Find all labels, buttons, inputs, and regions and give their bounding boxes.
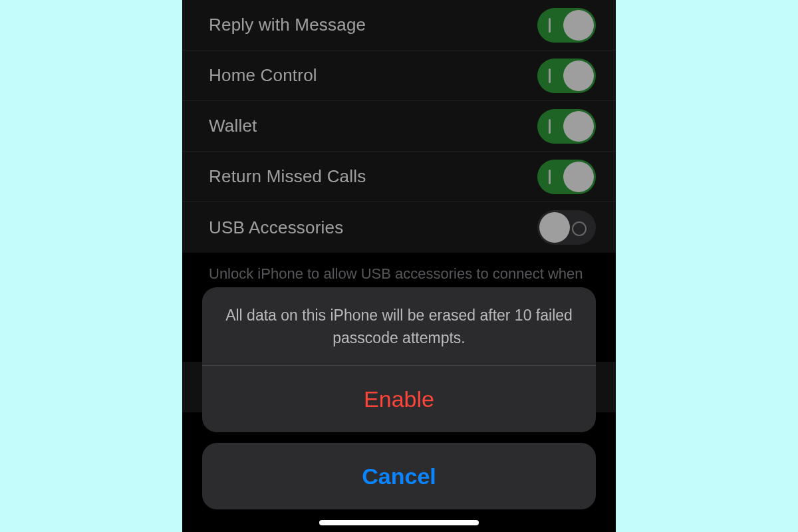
action-sheet: All data on this iPhone will be erased a… (202, 287, 596, 509)
row-usb-accessories[interactable]: USB Accessories (182, 202, 616, 253)
row-wallet[interactable]: Wallet (182, 101, 616, 152)
toggle-knob (563, 61, 594, 91)
toggle-knob (563, 162, 594, 192)
settings-list: Reply with Message Home Control Wallet R… (182, 0, 616, 253)
cancel-button[interactable]: Cancel (202, 443, 596, 509)
home-indicator[interactable] (319, 520, 479, 525)
toggle-wallet[interactable] (537, 109, 596, 144)
row-label: Wallet (209, 116, 257, 136)
row-label: USB Accessories (209, 217, 343, 238)
row-return-missed-calls[interactable]: Return Missed Calls (182, 152, 616, 202)
phone-screen: Reply with Message Home Control Wallet R… (182, 0, 616, 532)
toggle-knob (563, 111, 594, 142)
toggle-return-missed-calls[interactable] (537, 160, 596, 194)
row-home-control[interactable]: Home Control (182, 51, 616, 101)
action-sheet-panel: All data on this iPhone will be erased a… (202, 287, 596, 432)
toggle-home-control[interactable] (537, 59, 596, 93)
action-sheet-message: All data on this iPhone will be erased a… (202, 287, 596, 366)
row-label: Reply with Message (209, 15, 366, 35)
toggle-usb-accessories[interactable] (537, 210, 596, 245)
row-label: Home Control (209, 65, 317, 86)
row-reply-with-message[interactable]: Reply with Message (182, 0, 616, 51)
enable-button[interactable]: Enable (202, 366, 596, 432)
cancel-panel: Cancel (202, 443, 596, 509)
toggle-knob (539, 212, 570, 243)
toggle-knob (563, 10, 594, 41)
row-label: Return Missed Calls (209, 166, 366, 187)
toggle-reply-with-message[interactable] (537, 8, 596, 43)
